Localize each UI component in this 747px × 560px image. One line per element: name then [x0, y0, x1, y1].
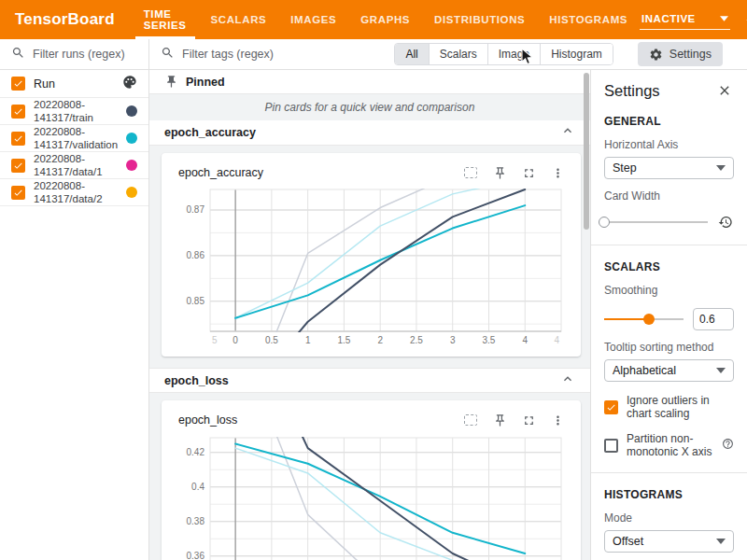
more-options-icon[interactable]: [549, 164, 566, 181]
reset-icon[interactable]: [717, 214, 734, 231]
run-row-data-1[interactable]: 20220808-141317/data/1: [0, 152, 148, 179]
svg-text:1.5: 1.5: [337, 335, 350, 345]
svg-text:0: 0: [233, 335, 238, 345]
dropdown-caret-icon: [716, 539, 726, 544]
svg-text:5: 5: [212, 335, 218, 345]
more-options-icon[interactable]: [549, 412, 566, 428]
runs-search: [0, 39, 149, 69]
run-row-validation[interactable]: 20220808-141317/validation: [0, 125, 148, 152]
ignore-outliers-checkbox[interactable]: [604, 400, 618, 414]
filter-image-button[interactable]: Image: [487, 44, 540, 64]
gear-icon: [649, 48, 663, 62]
run-row-data-2[interactable]: 20220808-141317/data/2: [0, 179, 148, 206]
settings-panel: Settings GENERAL Horizontal Axis Step Ca…: [590, 70, 747, 560]
cards-area: Pinned Pin cards for a quick view and co…: [149, 70, 590, 560]
histograms-section-header: HISTOGRAMS: [604, 488, 734, 501]
horizontal-axis-select[interactable]: Step: [604, 157, 734, 179]
svg-text:0.38: 0.38: [187, 516, 205, 526]
fullscreen-icon[interactable]: [520, 412, 537, 428]
svg-text:0.5: 0.5: [265, 335, 278, 345]
run-checkbox[interactable]: [11, 186, 25, 200]
section-epoch-accuracy[interactable]: epoch_accuracy: [149, 120, 590, 146]
run-checkbox[interactable]: [11, 132, 25, 146]
pin-card-icon[interactable]: [491, 412, 508, 428]
dropdown-caret-icon: [716, 165, 726, 171]
tab-distributions[interactable]: DISTRIBUTIONS: [422, 0, 537, 39]
pin-card-icon[interactable]: [491, 164, 508, 181]
card-width-label: Card Width: [604, 189, 734, 203]
app-logo: TensorBoard: [0, 0, 132, 39]
fullscreen-icon[interactable]: [520, 164, 537, 181]
run-row-train[interactable]: 20220808-141317/train: [0, 98, 148, 125]
partition-x-axis-checkbox[interactable]: [604, 439, 618, 453]
horizontal-axis-label: Horizontal Axis: [604, 138, 734, 151]
tooltip-sorting-select[interactable]: Alphabetical: [604, 359, 734, 382]
svg-text:2.5: 2.5: [410, 335, 423, 345]
pin-hint-text: Pin cards for a quick view and compariso…: [149, 94, 590, 120]
fit-to-domain-icon[interactable]: [462, 164, 479, 181]
svg-text:2: 2: [377, 335, 383, 345]
tensorboard-app: TensorBoard TIME SERIES SCALARS IMAGES G…: [0, 0, 747, 560]
tab-graphs[interactable]: GRAPHS: [348, 0, 422, 39]
svg-text:3: 3: [450, 335, 456, 345]
close-icon[interactable]: [715, 81, 734, 100]
tab-scalars[interactable]: SCALARS: [199, 0, 279, 39]
reload-status-select[interactable]: INACTIVE: [640, 10, 730, 30]
search-icon: [11, 46, 25, 63]
search-icon: [161, 46, 175, 63]
run-checkbox[interactable]: [11, 105, 25, 119]
general-section-header: GENERAL: [604, 115, 734, 128]
palette-icon[interactable]: [122, 75, 137, 93]
card-width-slider[interactable]: [604, 217, 708, 228]
tab-time-series[interactable]: TIME SERIES: [132, 0, 199, 39]
top-app-bar: TensorBoard TIME SERIES SCALARS IMAGES G…: [0, 0, 747, 39]
svg-text:4: 4: [522, 335, 528, 345]
tab-images[interactable]: IMAGES: [278, 0, 348, 39]
tab-histograms[interactable]: HISTOGRAMS: [537, 0, 640, 39]
filter-histogram-button[interactable]: Histogram: [540, 44, 613, 64]
runs-table-header: Run: [0, 70, 148, 98]
svg-text:1: 1: [305, 335, 311, 345]
tag-filter-button-group: All Scalars Image Histogram: [394, 43, 613, 65]
chevron-up-icon[interactable]: [560, 123, 575, 142]
main-scrollbar[interactable]: [584, 73, 589, 230]
filter-scalars-button[interactable]: Scalars: [429, 44, 487, 64]
epoch-accuracy-chart[interactable]: 0.850.860.8700.511.522.533.5454: [169, 187, 573, 347]
run-color-dot: [126, 133, 137, 144]
fit-to-domain-icon[interactable]: [462, 412, 479, 428]
smoothing-input[interactable]: [693, 308, 734, 330]
run-checkbox[interactable]: [11, 159, 25, 173]
section-title: epoch_loss: [164, 374, 560, 387]
epoch-loss-chart[interactable]: 0.360.380.40.42: [169, 434, 573, 560]
pin-icon: [164, 75, 178, 89]
ignore-outliers-row[interactable]: Ignore outliers in chart scaling: [604, 394, 734, 420]
select-all-runs-checkbox[interactable]: [11, 77, 25, 91]
nav-tabs: TIME SERIES SCALARS IMAGES GRAPHS DISTRI…: [132, 0, 640, 39]
pinned-label: Pinned: [186, 76, 225, 89]
svg-text:0.36: 0.36: [187, 551, 205, 560]
histogram-mode-select[interactable]: Offset: [604, 530, 734, 553]
filter-runs-input[interactable]: [33, 48, 139, 61]
filter-tags-input[interactable]: [182, 48, 387, 61]
dropdown-caret-icon: [720, 16, 728, 21]
help-icon[interactable]: [722, 437, 734, 454]
settings-button[interactable]: Settings: [638, 42, 723, 66]
dropdown-caret-icon: [716, 368, 726, 373]
runs-column-header: Run: [34, 77, 122, 91]
run-name: 20220808-141317/data/2: [34, 179, 126, 205]
tooltip-sorting-label: Tooltip sorting method: [604, 341, 734, 354]
scalar-card-epoch-loss: epoch_loss 0.360.380.40.4: [162, 400, 581, 560]
scalars-section-header: SCALARS: [604, 260, 734, 273]
chevron-up-icon[interactable]: [560, 371, 575, 390]
reload-status-value: INACTIVE: [641, 13, 696, 24]
partition-x-axis-row[interactable]: Partition non-monotonic X axis: [604, 432, 734, 458]
svg-text:0.42: 0.42: [187, 447, 205, 457]
smoothing-slider[interactable]: [604, 314, 684, 325]
scalar-card-epoch-accuracy: epoch_accuracy 0.850.860.: [162, 153, 581, 357]
section-epoch-loss[interactable]: epoch_loss: [149, 368, 590, 393]
card-title: epoch_accuracy: [178, 166, 462, 179]
run-color-dot: [126, 105, 137, 117]
filter-all-button[interactable]: All: [395, 44, 428, 64]
settings-button-label: Settings: [669, 48, 712, 61]
histogram-mode-label: Mode: [604, 511, 734, 525]
